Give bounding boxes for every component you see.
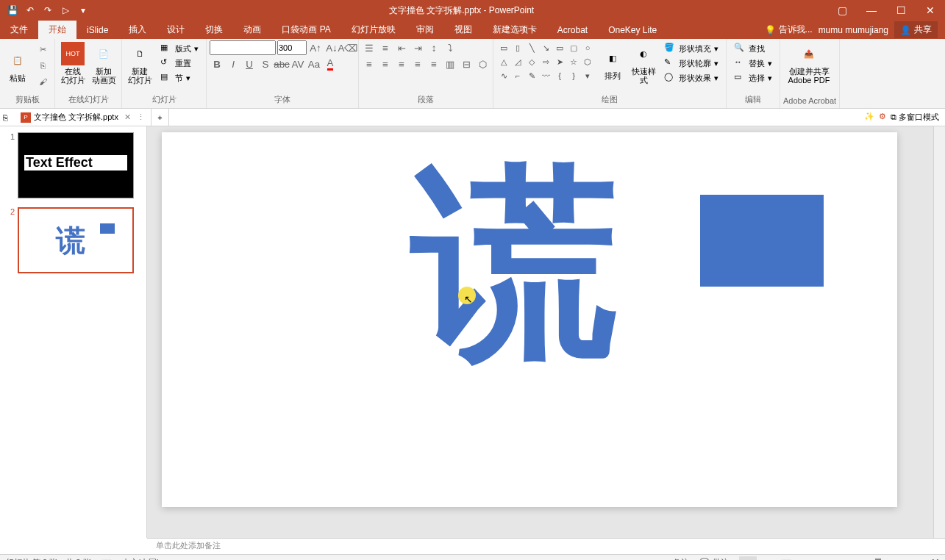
font-size-input[interactable] bbox=[277, 40, 307, 55]
increase-indent-button[interactable]: ⇥ bbox=[410, 40, 425, 55]
format-painter-icon[interactable]: 🖌 bbox=[35, 74, 50, 89]
numbering-button[interactable]: ≡ bbox=[378, 40, 393, 55]
tab-onekey[interactable]: OneKey Lite bbox=[598, 22, 667, 38]
create-pdf-button[interactable]: 📤 创建并共享 Adobe PDF bbox=[783, 40, 835, 86]
qat-more-icon[interactable]: ▾ bbox=[75, 2, 91, 18]
tab-islide[interactable]: iSlide bbox=[76, 22, 118, 38]
new-slide-button[interactable]: 🗋 新建 幻灯片 bbox=[125, 40, 154, 86]
decrease-indent-button[interactable]: ⇤ bbox=[394, 40, 409, 55]
quick-styles-button[interactable]: ◐ 快速样式 bbox=[629, 40, 658, 86]
shape-connector-icon[interactable]: ⌐ bbox=[512, 70, 524, 82]
bullets-button[interactable]: ☰ bbox=[362, 40, 377, 55]
shape-outline-button[interactable]: ✎形状轮廓▾ bbox=[661, 57, 721, 70]
language-indicator[interactable]: 中文(中国) bbox=[122, 557, 160, 560]
slideshow-view-button[interactable]: ▶ bbox=[796, 556, 814, 561]
shape-scribble-icon[interactable]: 〰 bbox=[540, 70, 552, 82]
tab-view[interactable]: 视图 bbox=[444, 21, 482, 39]
decrease-font-icon[interactable]: A↓ bbox=[324, 40, 339, 55]
sorter-view-button[interactable]: ▦ bbox=[758, 556, 776, 561]
slide-editor[interactable]: 谎 ↖ bbox=[147, 126, 945, 538]
layout-button[interactable]: ▦版式▾ bbox=[157, 42, 202, 55]
undo-icon[interactable]: ↶ bbox=[22, 2, 38, 18]
shape-vtextbox-icon[interactable]: ▯ bbox=[512, 42, 524, 54]
shape-diamond-icon[interactable]: ◇ bbox=[526, 56, 538, 68]
slide-character[interactable]: 谎 bbox=[412, 162, 618, 367]
shapes-gallery[interactable]: ▭ ▯ ╲ ↘ ▭ ▢ ○ △ ◿ ◇ ⇨ ➤ ☆ ⬡ ∿ ⌐ ✎ 〰 { } bbox=[496, 40, 596, 86]
slide-canvas[interactable]: 谎 bbox=[162, 132, 897, 507]
notes-pane[interactable]: 单击此处添加备注 bbox=[147, 538, 945, 554]
reset-button[interactable]: ↺重置 bbox=[157, 57, 202, 70]
font-family-input[interactable] bbox=[210, 40, 276, 55]
notes-toggle[interactable]: ≐ 备注 bbox=[663, 557, 689, 560]
tab-review[interactable]: 审阅 bbox=[406, 21, 444, 39]
tab-slideshow[interactable]: 幻灯片放映 bbox=[341, 21, 406, 39]
change-case-button[interactable]: Aa bbox=[307, 57, 321, 71]
cut-icon[interactable]: ✂ bbox=[35, 42, 50, 57]
tab-home[interactable]: 开始 bbox=[38, 21, 76, 39]
line-spacing-button[interactable]: ↕ bbox=[427, 40, 441, 55]
tab-file[interactable]: 文件 bbox=[0, 21, 38, 39]
justify-button[interactable]: ≡ bbox=[410, 57, 425, 71]
comments-toggle[interactable]: 💬 批注 bbox=[699, 557, 729, 560]
shape-oval-icon[interactable]: ○ bbox=[582, 42, 593, 54]
tab-animations[interactable]: 动画 bbox=[233, 21, 271, 39]
shape-more-icon[interactable]: ▾ bbox=[582, 70, 593, 82]
shadow-button[interactable]: S bbox=[258, 57, 273, 71]
vertical-scrollbar[interactable] bbox=[933, 126, 945, 538]
normal-view-button[interactable]: ▣ bbox=[739, 556, 757, 561]
tab-design[interactable]: 设计 bbox=[157, 21, 195, 39]
tab-acrobat[interactable]: Acrobat bbox=[547, 22, 598, 38]
redo-icon[interactable]: ↷ bbox=[40, 2, 56, 18]
slideshow-icon[interactable]: ▷ bbox=[57, 2, 74, 18]
strikethrough-button[interactable]: abc bbox=[274, 57, 289, 71]
tab-pocket-animation[interactable]: 口袋动画 PA bbox=[271, 21, 340, 39]
shape-curve-icon[interactable]: ∿ bbox=[498, 70, 510, 82]
close-button[interactable]: ✕ bbox=[916, 0, 945, 21]
shape-hex-icon[interactable]: ⬡ bbox=[582, 56, 593, 68]
gear-icon[interactable]: ⚙ bbox=[879, 112, 886, 123]
select-button[interactable]: ▭选择▾ bbox=[731, 71, 775, 85]
find-button[interactable]: 🔍查找 bbox=[731, 42, 775, 55]
file-tab-active[interactable]: P 文字撞色 文字拆解.pptx ✕ ⋮ bbox=[15, 109, 151, 126]
multi-window-button[interactable]: ⧉ 多窗口模式 bbox=[891, 112, 939, 123]
reading-view-button[interactable]: 📖 bbox=[777, 556, 795, 561]
tab-transitions[interactable]: 切换 bbox=[195, 21, 233, 39]
shape-rarrow-icon[interactable]: ⇨ bbox=[540, 56, 552, 68]
font-color-button[interactable]: A bbox=[323, 57, 338, 71]
smartart-button[interactable]: ⬡ bbox=[475, 57, 490, 71]
shape-brace-icon[interactable]: { bbox=[554, 70, 566, 82]
distribute-button[interactable]: ≡ bbox=[427, 57, 441, 71]
increase-font-icon[interactable]: A↑ bbox=[308, 40, 323, 55]
shape-roundrect-icon[interactable]: ▢ bbox=[568, 42, 580, 54]
underline-button[interactable]: U bbox=[242, 57, 257, 71]
slide-rectangle[interactable] bbox=[700, 195, 824, 287]
shape-line-icon[interactable]: ╲ bbox=[526, 42, 538, 54]
bold-button[interactable]: B bbox=[210, 57, 224, 71]
tell-me-search[interactable]: 💡 告诉我... bbox=[765, 24, 813, 36]
new-tab-button[interactable]: + bbox=[151, 109, 169, 126]
thumbnail-1[interactable]: Text Effect bbox=[18, 132, 134, 198]
clear-format-icon[interactable]: A⌫ bbox=[340, 40, 355, 55]
slide-position[interactable]: 幻灯片 第 2 张，共 2 张 bbox=[6, 557, 91, 560]
shape-effects-button[interactable]: ◯形状效果▾ bbox=[661, 71, 721, 85]
shape-triangle-icon[interactable]: △ bbox=[498, 56, 510, 68]
new-animation-page-button[interactable]: 📄 新加 动画页 bbox=[89, 40, 118, 86]
replace-button[interactable]: ↔替换▾ bbox=[731, 57, 775, 70]
wand-icon[interactable]: ✨ bbox=[864, 112, 874, 123]
tab-menu-icon[interactable]: ⋮ bbox=[137, 112, 145, 122]
char-spacing-button[interactable]: AV bbox=[290, 57, 305, 71]
shape-star-icon[interactable]: ☆ bbox=[568, 56, 580, 68]
slide-thumbnail-panel[interactable]: 1 Text Effect 2 谎 bbox=[0, 126, 147, 538]
align-left-button[interactable]: ≡ bbox=[362, 57, 377, 71]
tab-insert[interactable]: 插入 bbox=[118, 21, 157, 39]
user-name[interactable]: mumu mumujiang bbox=[819, 25, 888, 35]
shape-brace2-icon[interactable]: } bbox=[568, 70, 580, 82]
italic-button[interactable]: I bbox=[226, 57, 240, 71]
align-right-button[interactable]: ≡ bbox=[394, 57, 409, 71]
maximize-button[interactable]: ☐ bbox=[886, 0, 916, 21]
text-direction-button[interactable]: ⤵ bbox=[443, 40, 457, 55]
share-button[interactable]: 👤 共享 bbox=[894, 21, 938, 38]
shape-fill-button[interactable]: 🪣形状填充▾ bbox=[661, 42, 721, 55]
shape-freeform-icon[interactable]: ✎ bbox=[526, 70, 538, 82]
columns-button[interactable]: ▥ bbox=[443, 57, 457, 71]
